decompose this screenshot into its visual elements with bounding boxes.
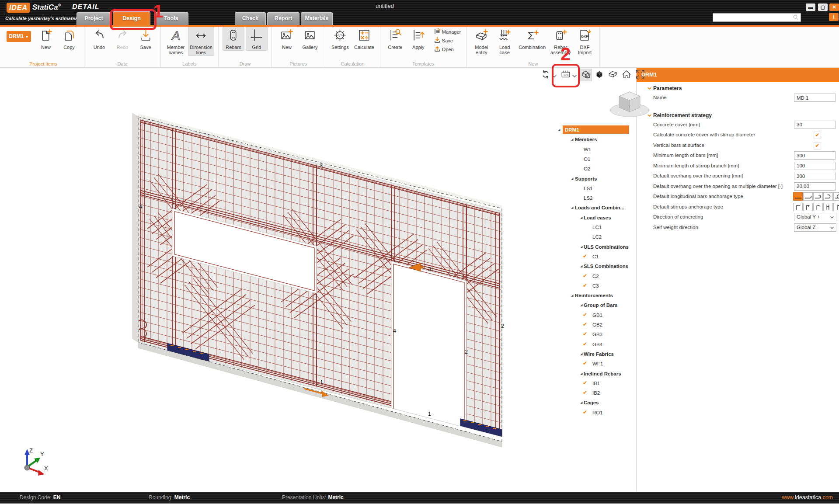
svg-text:Y: Y bbox=[40, 451, 44, 457]
numbers-view-button[interactable]: 123 bbox=[559, 69, 572, 81]
anchorage-option-2[interactable] bbox=[813, 192, 823, 201]
ribbon-group-label: Draw bbox=[223, 60, 268, 66]
cube-section-view-button[interactable] bbox=[606, 69, 619, 81]
name-input[interactable] bbox=[794, 94, 836, 102]
model-entity-button[interactable]: Model entity bbox=[470, 27, 492, 56]
project-item-selector[interactable]: DRM1 ▼ bbox=[7, 31, 31, 42]
anchorage-option-1[interactable] bbox=[803, 192, 813, 201]
concrete-cover-mm-input[interactable] bbox=[794, 121, 836, 129]
maximize-button[interactable]: ▢ bbox=[818, 3, 828, 11]
home-view-button[interactable] bbox=[620, 69, 633, 81]
button-label: Copy bbox=[63, 45, 75, 50]
settings-button[interactable]: </>Settings bbox=[329, 27, 351, 51]
anchorage-option-4[interactable] bbox=[833, 192, 839, 201]
apply-button[interactable]: Apply bbox=[407, 27, 429, 51]
grid-button[interactable]: Grid bbox=[246, 27, 268, 51]
svg-text:1: 1 bbox=[320, 379, 323, 386]
chevron-down-icon[interactable] bbox=[552, 73, 557, 77]
manager-mini-button[interactable]: Manager bbox=[432, 28, 462, 36]
save-mini-button[interactable]: Save bbox=[432, 36, 462, 45]
cube-solid-icon bbox=[594, 69, 605, 81]
chevron-down-icon[interactable] bbox=[572, 73, 577, 77]
load-case-button[interactable]: Load case bbox=[494, 27, 515, 56]
prop-row-calculate-concrete-cover-with-stirrup-diameter: Calculate concrete cover with stirrup di… bbox=[637, 131, 838, 140]
create-button[interactable]: Create bbox=[384, 27, 406, 51]
status-bar: Design Code:EN Rounding:Metric Presentat… bbox=[0, 492, 839, 504]
tab-materials[interactable]: Materials bbox=[301, 12, 333, 25]
default-overhang-over-the-opening-as-multiple-diameter-input[interactable] bbox=[794, 182, 836, 191]
section-header-reinforcement-strategy[interactable]: Reinforcement strategy bbox=[637, 111, 838, 120]
member-names-button[interactable]: AMember names bbox=[165, 27, 187, 56]
search-input[interactable] bbox=[714, 14, 791, 21]
new-button[interactable]: New bbox=[276, 27, 298, 51]
ribbon-group-pictures: NewGalleryPictures bbox=[272, 27, 325, 67]
anchorage-option-2[interactable] bbox=[813, 203, 823, 211]
self-weight-direction-select[interactable]: Global Z - bbox=[794, 223, 836, 232]
ribbon-group-label: Project items bbox=[7, 60, 80, 66]
anchorage-option-0[interactable] bbox=[793, 192, 803, 201]
rotate-view-button[interactable] bbox=[539, 69, 552, 81]
minimize-button[interactable]: ▬ bbox=[806, 3, 815, 11]
section-header-parameters[interactable]: Parameters bbox=[637, 84, 838, 93]
close-button[interactable]: ✕ bbox=[829, 3, 839, 11]
rebars-button[interactable]: Rebars bbox=[223, 27, 244, 51]
expand-icon bbox=[635, 69, 645, 81]
direction-of-concreting-select[interactable]: Global Y + bbox=[794, 213, 836, 221]
svg-text:1: 1 bbox=[428, 411, 431, 417]
tab-report[interactable]: Report bbox=[267, 12, 299, 25]
prop-row-default-overhang-over-the-opening-as-multiple-diameter: Default overhang over the opening as mul… bbox=[637, 182, 838, 191]
minimum-length-of-stirrup-branch-mm-input[interactable] bbox=[794, 162, 836, 170]
new-button[interactable]: New bbox=[35, 27, 57, 51]
default-stirrups-anchorage-type-options bbox=[793, 203, 839, 211]
cube-wire-view-button[interactable] bbox=[579, 69, 592, 81]
vertical-bars-at-surface-checkbox[interactable]: ✔ bbox=[814, 142, 821, 149]
anchorage-option-0[interactable] bbox=[793, 203, 803, 211]
tab-design[interactable]: Design bbox=[113, 11, 150, 25]
prop-row-default-longitudinal-bars-anchorage-type: Default longitudinal bars anchorage type bbox=[637, 192, 838, 202]
tab-check[interactable]: Check bbox=[235, 12, 266, 25]
anchorage-option-4[interactable] bbox=[833, 203, 839, 211]
ribbon-group-label: Labels bbox=[165, 60, 214, 66]
undo-button[interactable]: Undo bbox=[88, 27, 110, 51]
save-button[interactable]: Save bbox=[135, 27, 157, 51]
calculate-button[interactable]: Calculate bbox=[352, 27, 376, 51]
info-button[interactable]: i bbox=[829, 13, 839, 21]
annotation-number-1: 1 bbox=[153, 1, 163, 22]
svg-text:</>: </> bbox=[338, 33, 343, 38]
svg-text:3: 3 bbox=[320, 163, 323, 169]
anchorage-option-1[interactable] bbox=[803, 203, 813, 211]
redo-button[interactable]: Redo bbox=[111, 27, 133, 51]
navigation-cube[interactable]: Y bbox=[609, 84, 650, 119]
prop-row-self-weight-direction: Self weight directionGlobal Z - bbox=[637, 223, 838, 233]
anchorage-option-3[interactable] bbox=[823, 203, 833, 211]
combination-button[interactable]: ΣCombination bbox=[517, 27, 547, 51]
ribbon-group-label: Pictures bbox=[276, 60, 321, 66]
expand-view-button[interactable] bbox=[634, 69, 646, 81]
svg-text:4: 4 bbox=[393, 328, 396, 334]
search-icon[interactable] bbox=[792, 14, 800, 21]
dxf-import-button[interactable]: DXFDXF Import bbox=[574, 27, 595, 56]
minimum-length-of-bars-mm-input[interactable] bbox=[794, 151, 836, 160]
anchorage-option-3[interactable] bbox=[823, 192, 833, 201]
model-viewport-canvas[interactable]: 34324211ZYX bbox=[0, 68, 636, 492]
ribbon-group-labels: AMember namesDimension linesLabels bbox=[161, 27, 219, 67]
home-icon bbox=[621, 69, 632, 81]
gallery-button[interactable]: Gallery bbox=[299, 27, 321, 51]
button-label: Save bbox=[140, 45, 151, 50]
tpl-open-icon bbox=[434, 45, 441, 54]
website-link[interactable]: www.ideastatica.com bbox=[782, 494, 833, 501]
calculate-concrete-cover-with-stirrup-diameter-checkbox[interactable]: ✔ bbox=[814, 132, 821, 139]
open-mini-button[interactable]: Open bbox=[432, 45, 462, 54]
cube-solid-view-button[interactable] bbox=[593, 69, 606, 81]
default-overhang-over-the-opening-mm-input[interactable] bbox=[794, 172, 836, 180]
copy-button[interactable]: Copy bbox=[58, 27, 80, 51]
dimension-lines-button[interactable]: Dimension lines bbox=[188, 27, 214, 56]
prop-row-default-overhang-over-the-opening-mm: Default overhang over the opening [mm] bbox=[637, 172, 838, 181]
tpl-create-icon bbox=[388, 28, 402, 44]
button-label: Load case bbox=[499, 45, 510, 55]
prop-row-concrete-cover-mm: Concrete cover [mm] bbox=[637, 121, 838, 130]
tab-project[interactable]: Project bbox=[77, 12, 111, 25]
presentation-units: Presentation Units:Metric bbox=[282, 494, 344, 501]
button-label: Redo bbox=[117, 45, 128, 50]
button-label: Undo bbox=[94, 45, 105, 50]
